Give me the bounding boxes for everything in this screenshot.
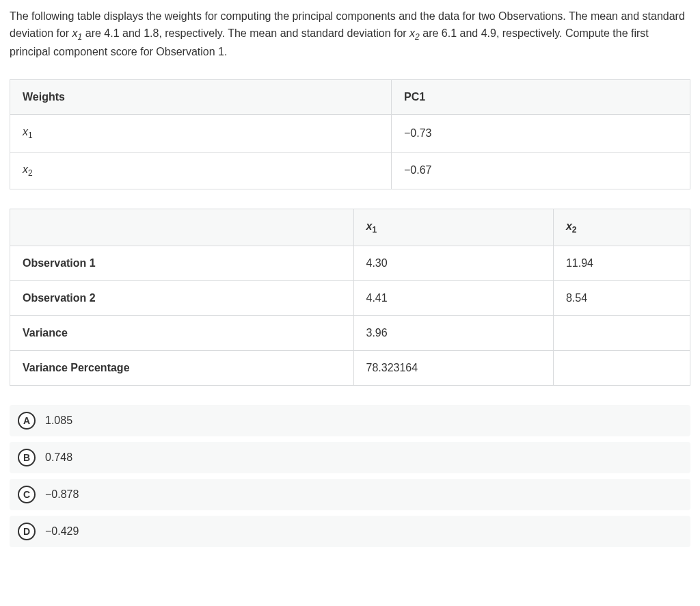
weights-x1-value: −0.73 xyxy=(391,115,690,152)
weights-header-pc1: PC1 xyxy=(391,80,690,115)
weights-x2-value: −0.67 xyxy=(391,152,690,189)
data-header-blank xyxy=(10,209,354,246)
q-var1: x xyxy=(72,27,78,39)
question-text: The following table displays the weights… xyxy=(10,8,690,60)
variance-pct-label: Variance Percentage xyxy=(10,350,354,385)
obs1-x1: 4.30 xyxy=(353,246,553,280)
weights-x1-label: x1 xyxy=(10,115,392,152)
weights-x1-var: x xyxy=(23,126,28,137)
variance-label: Variance xyxy=(10,315,354,350)
option-c-letter: C xyxy=(18,486,36,503)
data-header-x1-sub: 1 xyxy=(372,225,377,235)
variance-pct-x2 xyxy=(553,350,690,385)
obs2-x2: 8.54 xyxy=(553,280,690,315)
data-header-x2-var: x xyxy=(566,220,572,232)
data-row-variance-pct: Variance Percentage 78.323164 xyxy=(10,350,690,385)
weights-row-x2: x2 −0.67 xyxy=(10,152,690,189)
option-c[interactable]: C −0.878 xyxy=(10,479,690,510)
answer-options: A 1.085 B 0.748 C −0.878 D −0.429 xyxy=(10,405,690,547)
data-row-obs1: Observation 1 4.30 11.94 xyxy=(10,246,690,280)
option-a[interactable]: A 1.085 xyxy=(10,405,690,436)
option-b-letter: B xyxy=(18,449,36,466)
weights-x2-var: x xyxy=(23,163,28,175)
weights-table: Weights PC1 x1 −0.73 x2 −0.67 xyxy=(10,79,690,189)
weights-header-row: Weights PC1 xyxy=(10,80,690,115)
obs1-label: Observation 1 xyxy=(10,246,354,280)
data-row-obs2: Observation 2 4.41 8.54 xyxy=(10,280,690,315)
weights-x2-sub: 2 xyxy=(28,168,33,178)
weights-x1-sub: 1 xyxy=(28,131,33,141)
option-d[interactable]: D −0.429 xyxy=(10,516,690,547)
option-a-letter: A xyxy=(18,412,36,430)
obs2-x1: 4.41 xyxy=(353,280,553,315)
obs1-x2: 11.94 xyxy=(553,246,690,280)
data-table: x1 x2 Observation 1 4.30 11.94 Observati… xyxy=(10,209,690,386)
variance-pct-x1: 78.323164 xyxy=(353,350,553,385)
option-d-text: −0.429 xyxy=(45,525,79,538)
obs2-label: Observation 2 xyxy=(10,280,354,315)
data-header-row: x1 x2 xyxy=(10,209,690,246)
variance-x1: 3.96 xyxy=(353,315,553,350)
weights-row-x1: x1 −0.73 xyxy=(10,115,690,152)
option-a-text: 1.085 xyxy=(45,414,72,427)
data-header-x1: x1 xyxy=(353,209,553,246)
weights-header-label: Weights xyxy=(10,80,392,115)
q-var2: x xyxy=(409,27,415,39)
option-b-text: 0.748 xyxy=(45,451,72,464)
q-part2: are 4.1 and 1.8, respectively. The mean … xyxy=(82,27,409,39)
data-row-variance: Variance 3.96 xyxy=(10,315,690,350)
weights-x2-label: x2 xyxy=(10,152,392,189)
variance-x2 xyxy=(553,315,690,350)
data-header-x2: x2 xyxy=(553,209,690,246)
option-d-letter: D xyxy=(18,523,36,540)
option-c-text: −0.878 xyxy=(45,488,79,501)
q-var2sub: 2 xyxy=(415,32,420,42)
option-b[interactable]: B 0.748 xyxy=(10,442,690,473)
data-header-x2-sub: 2 xyxy=(572,225,577,235)
